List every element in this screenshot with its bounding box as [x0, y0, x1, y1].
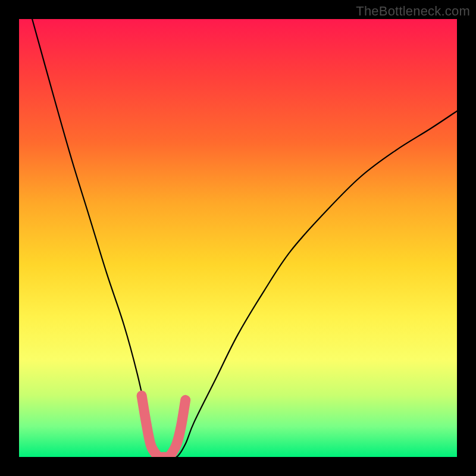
highlight-curve	[142, 396, 186, 457]
plot-area	[19, 19, 457, 457]
chart-frame: TheBottleneck.com	[0, 0, 476, 476]
watermark-text: TheBottleneck.com	[356, 4, 470, 19]
main-curve	[32, 19, 457, 457]
curve-svg	[19, 19, 457, 457]
